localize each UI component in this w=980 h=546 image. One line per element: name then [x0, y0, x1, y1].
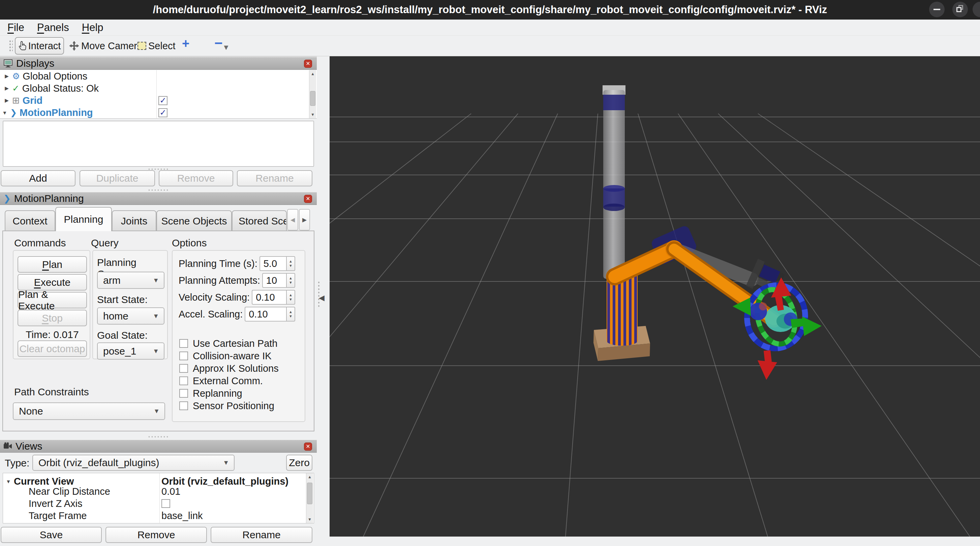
- planning-attempts-stepper[interactable]: ▲▼: [286, 273, 295, 288]
- displays-panel-header[interactable]: Displays ✕: [0, 57, 317, 70]
- clear-octomap-button[interactable]: Clear octomap: [18, 341, 87, 357]
- approx-ik-solutions-checkbox[interactable]: [179, 364, 188, 373]
- displays-close-icon[interactable]: ✕: [304, 60, 312, 68]
- expander-icon[interactable]: ▼: [5, 479, 12, 484]
- planning-time-stepper[interactable]: ▲▼: [286, 256, 295, 271]
- plan-button[interactable]: Plan: [18, 256, 87, 273]
- row-value[interactable]: 0.01: [161, 486, 180, 497]
- select-tool-button[interactable]: Select: [137, 38, 176, 54]
- menu-panels[interactable]: Panels: [37, 22, 69, 34]
- 3d-viewport[interactable]: [329, 56, 980, 536]
- execute-button[interactable]: Execute: [18, 274, 87, 291]
- panel-splitter-handle[interactable]: [148, 435, 169, 438]
- stop-button[interactable]: Stop: [18, 310, 87, 326]
- velocity-scaling-input[interactable]: 0.10: [252, 290, 286, 305]
- views-close-icon[interactable]: ✕: [304, 443, 312, 450]
- sensor-positioning-checkbox[interactable]: [179, 401, 188, 410]
- expander-icon[interactable]: ▶: [3, 97, 10, 103]
- planning-attempts-input[interactable]: 10: [262, 273, 286, 288]
- scroll-down-icon[interactable]: ▼: [306, 516, 313, 523]
- motionplanning-enabled-checkbox[interactable]: ✓: [158, 108, 167, 117]
- expander-icon[interactable]: ▶: [3, 85, 10, 91]
- motionplanning-close-icon[interactable]: ✕: [304, 195, 312, 203]
- panel-splitter-handle[interactable]: [148, 189, 169, 191]
- remove-display-button[interactable]: Remove: [159, 170, 233, 186]
- views-panel-title: Views: [16, 441, 42, 452]
- tab-stored-scenes[interactable]: Stored Sce: [232, 210, 287, 231]
- menu-help[interactable]: Help: [82, 22, 103, 34]
- external-comm-checkbox[interactable]: [179, 376, 188, 385]
- checkbox-label: External Comm.: [193, 376, 263, 387]
- commands-group: Plan Execute Plan & Execute Stop Time: 0…: [13, 250, 90, 359]
- invert-z-checkbox[interactable]: [161, 499, 170, 508]
- collapse-panel-icon[interactable]: ◀: [319, 294, 325, 302]
- scroll-down-icon[interactable]: ▼: [309, 111, 317, 118]
- tree-row-global-status[interactable]: ▶ ✓ Global Status: Ok: [0, 82, 317, 94]
- duplicate-display-button[interactable]: Duplicate: [80, 170, 155, 186]
- views-panel-header[interactable]: Views ✕: [0, 440, 317, 453]
- motionplanning-panel-header[interactable]: ❯ MotionPlanning ✕: [0, 192, 317, 205]
- tool-dropdown-caret-icon[interactable]: ▼: [223, 43, 230, 52]
- tree-row-motionplanning[interactable]: ▼ ❯ MotionPlanning ✓: [0, 107, 317, 119]
- scrollbar-track[interactable]: [309, 78, 316, 111]
- scroll-up-icon[interactable]: ▲: [306, 473, 313, 481]
- velocity-scaling-stepper[interactable]: ▲▼: [286, 290, 295, 305]
- remove-view-button[interactable]: Remove: [105, 527, 207, 543]
- add-tool-button[interactable]: +: [182, 37, 189, 51]
- tab-planning[interactable]: Planning: [55, 207, 112, 231]
- tree-row-near-clip[interactable]: Near Clip Distance 0.01: [3, 486, 314, 497]
- row-value[interactable]: base_link: [161, 510, 203, 521]
- row-name: Target Frame: [29, 510, 87, 521]
- external-comm-option[interactable]: External Comm.: [179, 375, 263, 387]
- tree-row-invert-z[interactable]: Invert Z Axis: [3, 497, 314, 509]
- panel-viewport-splitter[interactable]: ◀: [317, 56, 329, 536]
- planning-group-combo[interactable]: arm▼: [97, 272, 164, 289]
- views-scrollbar[interactable]: ▲ ▼: [306, 473, 313, 523]
- scrollbar-thumb[interactable]: [310, 91, 315, 106]
- accel-scaling-input[interactable]: 0.10: [245, 307, 286, 322]
- replanning-option[interactable]: Replanning: [179, 388, 242, 399]
- use-cartesian-path-checkbox[interactable]: [179, 339, 188, 348]
- tab-joints[interactable]: Joints: [112, 210, 156, 231]
- row-name: Invert Z Axis: [29, 498, 83, 509]
- maximize-button[interactable]: [952, 2, 968, 17]
- view-type-combo[interactable]: Orbit (rviz_default_plugins)▼: [32, 455, 235, 471]
- expander-icon[interactable]: ▼: [2, 110, 8, 116]
- scrollbar-thumb[interactable]: [307, 482, 312, 504]
- sensor-positioning-option[interactable]: Sensor Positioning: [179, 400, 274, 412]
- approx-ik-solutions-option[interactable]: Approx IK Solutions: [179, 363, 279, 374]
- tree-row-target-frame[interactable]: Target Frame base_link: [3, 509, 314, 522]
- displays-scrollbar[interactable]: ▲ ▼: [309, 70, 316, 118]
- start-state-combo[interactable]: home▼: [97, 307, 164, 325]
- minimize-button[interactable]: [929, 2, 945, 17]
- collision-aware-ik-checkbox[interactable]: [179, 352, 188, 360]
- tab-scroll-right-button[interactable]: ▶: [299, 209, 310, 231]
- save-view-button[interactable]: Save: [1, 527, 102, 543]
- menu-file[interactable]: File: [7, 22, 24, 34]
- goal-state-combo[interactable]: pose_1▼: [97, 342, 164, 360]
- interact-tool-button[interactable]: Interact: [15, 37, 64, 55]
- add-display-button[interactable]: Add: [1, 170, 75, 186]
- expander-icon[interactable]: ▶: [3, 73, 10, 79]
- grid-enabled-checkbox[interactable]: ✓: [158, 96, 167, 105]
- toolbar-grip-handle[interactable]: [9, 40, 13, 53]
- replanning-checkbox[interactable]: [179, 389, 188, 398]
- use-cartesian-path-option[interactable]: Use Cartesian Path: [179, 338, 277, 349]
- accel-scaling-stepper[interactable]: ▲▼: [286, 307, 295, 322]
- zero-button[interactable]: Zero: [286, 455, 312, 471]
- scroll-up-icon[interactable]: ▲: [309, 70, 317, 78]
- tab-scroll-left-button[interactable]: ◀: [287, 209, 298, 231]
- rename-display-button[interactable]: Rename: [237, 170, 312, 186]
- path-constraints-combo[interactable]: None▼: [13, 403, 165, 420]
- remove-tool-button[interactable]: −: [214, 35, 223, 51]
- planning-time-input[interactable]: 5.0: [259, 256, 286, 271]
- tree-row-global-options[interactable]: ▶ ⚙ Global Options: [0, 70, 317, 82]
- tree-row-grid[interactable]: ▶ ⊞ Grid ✓: [0, 94, 317, 107]
- rename-view-button[interactable]: Rename: [211, 527, 312, 543]
- tab-scene-objects[interactable]: Scene Objects: [156, 210, 232, 231]
- collision-aware-ik-option[interactable]: Collision-aware IK: [179, 350, 272, 361]
- plan-and-execute-button[interactable]: Plan & Execute: [18, 292, 87, 309]
- tab-context[interactable]: Context: [5, 210, 55, 231]
- move-camera-tool-button[interactable]: Move Camera: [69, 38, 143, 54]
- scrollbar-track[interactable]: [306, 481, 313, 516]
